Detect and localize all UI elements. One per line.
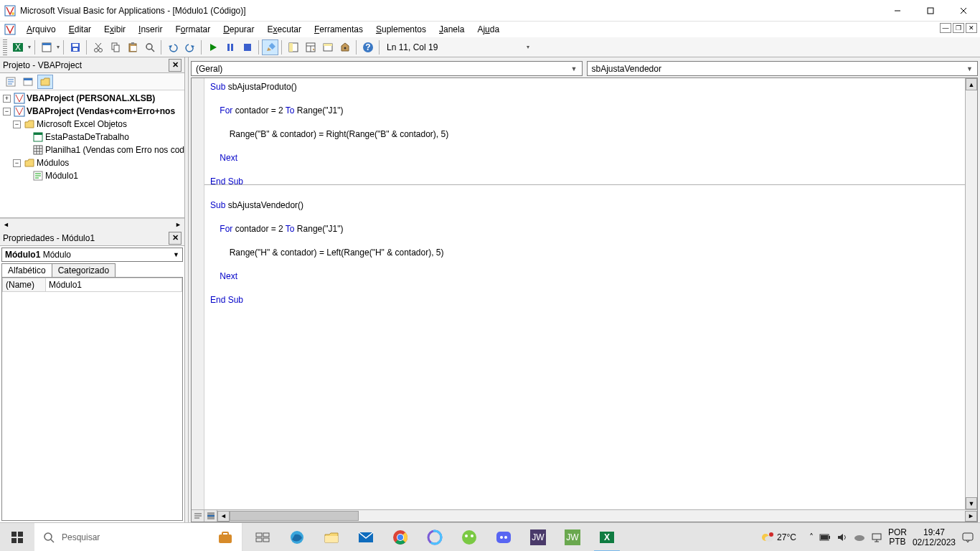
undo-button[interactable]: [164, 39, 181, 55]
cut-button[interactable]: [90, 39, 106, 55]
toggle-folders-button[interactable]: [37, 75, 53, 89]
volume-icon[interactable]: [837, 532, 848, 542]
save-button[interactable]: [67, 39, 83, 55]
project-tree[interactable]: +VBAProject (PERSONAL.XLSB) −VBAProject …: [0, 90, 184, 218]
taskbar-mail[interactable]: [349, 523, 383, 552]
insert-dropdown[interactable]: ▾: [55, 39, 60, 55]
design-mode-button[interactable]: [262, 39, 278, 55]
taskbar-app-green[interactable]: [452, 523, 486, 552]
tray-clock[interactable]: 19:47 02/12/2023: [913, 527, 956, 547]
scroll-up-icon[interactable]: ▲: [966, 78, 977, 90]
mdi-minimize-button[interactable]: —: [940, 23, 951, 33]
tray-lang1[interactable]: POR: [888, 528, 907, 537]
properties-grid[interactable]: (Name) Módulo1: [1, 277, 183, 521]
scroll-left-icon[interactable]: ◄: [217, 511, 230, 522]
prop-value-cell[interactable]: Módulo1: [46, 278, 182, 292]
full-module-view-button[interactable]: [204, 510, 217, 522]
taskbar-explorer[interactable]: [314, 523, 349, 552]
menu-executar[interactable]: Executar: [261, 23, 308, 36]
scroll-down-icon[interactable]: ▼: [966, 497, 977, 509]
tree-project-1[interactable]: VBAProject (PERSONAL.XLSB): [27, 93, 155, 103]
menu-janela[interactable]: Janela: [433, 23, 471, 36]
expand-icon[interactable]: +: [3, 95, 11, 103]
properties-window-button[interactable]: [302, 39, 319, 55]
view-excel-button[interactable]: X: [9, 39, 26, 55]
mdi-close-button[interactable]: ✕: [966, 23, 977, 33]
paste-button[interactable]: [124, 39, 141, 55]
procedure-view-button[interactable]: [192, 510, 204, 522]
break-button[interactable]: [222, 39, 238, 55]
collapse-icon[interactable]: −: [3, 108, 11, 116]
toolbox-button[interactable]: [336, 39, 353, 55]
menu-formatar[interactable]: Formatar: [169, 23, 217, 36]
task-view-button[interactable]: [245, 523, 280, 552]
taskbar-jw-dark[interactable]: JW: [521, 523, 555, 552]
toolbar-grip[interactable]: [3, 39, 7, 55]
tray-lang2[interactable]: PTB: [888, 537, 907, 547]
taskbar-excel[interactable]: X: [590, 523, 624, 552]
taskbar-copilot[interactable]: [418, 523, 452, 552]
view-code-button[interactable]: [3, 75, 19, 89]
tab-categorizado[interactable]: Categorizado: [52, 263, 116, 277]
taskbar-chrome[interactable]: [383, 523, 418, 552]
prop-name-cell[interactable]: (Name): [3, 278, 46, 292]
taskbar-search[interactable]: Pesquisar: [34, 523, 242, 552]
menu-ajuda[interactable]: Ajuda: [471, 23, 506, 36]
collapse-icon[interactable]: −: [13, 159, 21, 167]
maximize-button[interactable]: [914, 0, 947, 22]
project-explorer-button[interactable]: [285, 39, 301, 55]
weather-widget[interactable]: 27°C: [760, 530, 796, 545]
code-hscroll[interactable]: ◄ ►: [217, 510, 977, 522]
menu-ferramentas[interactable]: Ferramentas: [308, 23, 369, 36]
tree-module1[interactable]: Módulo1: [45, 171, 78, 181]
tree-sheet[interactable]: Planilha1 (Vendas com Erro nos cod: [45, 145, 184, 155]
onedrive-icon[interactable]: [854, 532, 865, 542]
mdi-restore-button[interactable]: ❐: [953, 23, 964, 33]
object-browser-button[interactable]: [319, 39, 336, 55]
tab-alfabetico[interactable]: Alfabético: [1, 263, 52, 277]
help-button[interactable]: ?: [359, 39, 376, 55]
battery-icon[interactable]: [819, 532, 831, 542]
tree-excel-objects[interactable]: Microsoft Excel Objetos: [37, 119, 127, 129]
toolbar-overflow[interactable]: ▾: [525, 39, 530, 55]
menu-suplementos[interactable]: Suplementos: [369, 23, 433, 36]
tree-project-2[interactable]: VBAProject (Vendas+com+Erro+nos: [27, 106, 175, 116]
menu-exibir[interactable]: Exibir: [98, 23, 132, 36]
tree-workbook[interactable]: EstaPastaDeTrabalho: [45, 132, 129, 142]
network-icon[interactable]: [871, 532, 882, 542]
tray-chevron-up-icon[interactable]: ˄: [809, 532, 814, 542]
object-combo[interactable]: (Geral)▼: [191, 61, 583, 76]
reset-button[interactable]: [239, 39, 255, 55]
copy-button[interactable]: [107, 39, 123, 55]
menu-editar[interactable]: Editar: [62, 23, 98, 36]
close-button[interactable]: [947, 0, 980, 22]
procedure-combo[interactable]: sbAjustaVendedor▼: [587, 61, 979, 76]
run-button[interactable]: [204, 39, 221, 55]
code-editor[interactable]: Sub sbAjustaProduto() For contador = 2 T…: [204, 78, 965, 509]
properties-panel-close[interactable]: ✕: [169, 232, 182, 245]
redo-button[interactable]: [182, 39, 198, 55]
code-margin[interactable]: [192, 78, 204, 509]
find-button[interactable]: [141, 39, 158, 55]
taskbar-jw-green[interactable]: JW: [555, 523, 590, 552]
scroll-right-icon[interactable]: ►: [965, 511, 977, 522]
hscroll-thumb[interactable]: [230, 511, 359, 521]
collapse-icon[interactable]: −: [13, 121, 21, 128]
start-button[interactable]: [0, 523, 34, 552]
minimize-button[interactable]: [881, 0, 914, 22]
taskbar-edge[interactable]: [280, 523, 314, 552]
menu-depurar[interactable]: Depurar: [217, 23, 260, 36]
menu-arquivo[interactable]: Arquivo: [20, 23, 62, 36]
project-tree-hscroll[interactable]: ◄►: [0, 218, 184, 230]
view-object-button[interactable]: [20, 75, 36, 89]
taskbar-discord[interactable]: [486, 523, 521, 552]
tree-modules-folder[interactable]: Módulos: [37, 158, 69, 168]
code-vscroll[interactable]: ▲ ▼: [965, 78, 977, 509]
notifications-icon[interactable]: [961, 532, 974, 543]
insert-userform-button[interactable]: [38, 39, 55, 55]
view-excel-dropdown[interactable]: ▾: [27, 39, 32, 55]
project-panel-close[interactable]: ✕: [169, 59, 182, 72]
svg-rect-76: [256, 538, 262, 542]
properties-object-combo[interactable]: Módulo1 Módulo ▼: [1, 248, 183, 262]
menu-inserir[interactable]: Inserir: [132, 23, 169, 36]
